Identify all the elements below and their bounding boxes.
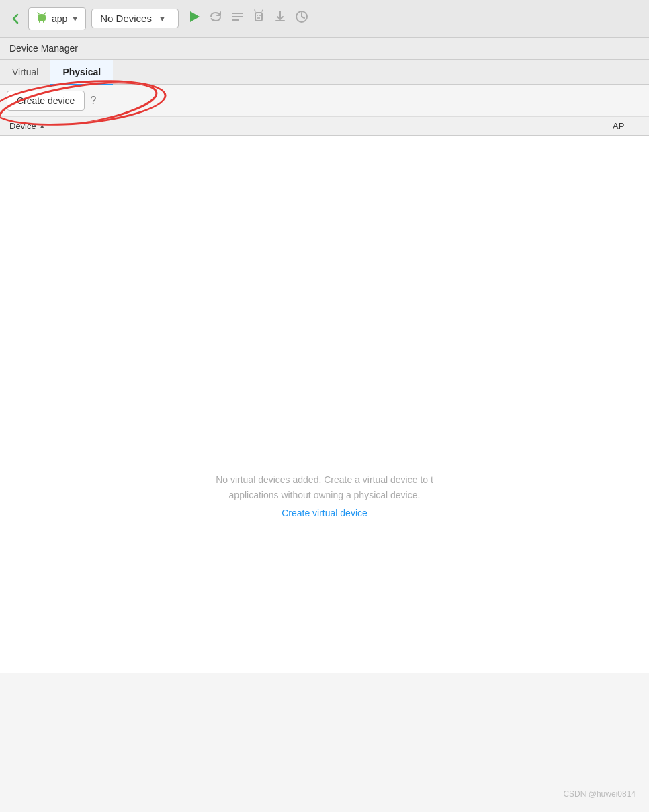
no-devices-dropdown[interactable]: No Devices ▼ [91,9,179,28]
svg-marker-4 [190,11,200,22]
run-button[interactable] [187,9,202,28]
app-label: app [52,13,67,24]
device-column-header[interactable]: Device ▲ [9,121,613,131]
tab-virtual[interactable]: Virtual [0,60,50,85]
tabs-container: Virtual Physical [0,60,649,85]
create-device-button[interactable]: Create device [7,91,85,111]
api-column-header: AP [613,121,640,131]
no-devices-arrow: ▼ [159,15,166,23]
attach-button[interactable] [273,9,288,28]
help-icon[interactable]: ? [90,95,96,107]
android-icon [36,11,48,26]
toolbar-actions [187,9,309,28]
device-manager-title: Device Manager [0,38,649,60]
svg-rect-8 [255,13,262,21]
logcat-button[interactable] [230,9,245,28]
tab-physical[interactable]: Physical [50,60,113,85]
rerun-button[interactable] [208,9,223,28]
profile-button[interactable] [294,9,309,28]
svg-line-3 [44,13,46,14]
empty-state: No virtual devices added. Create a virtu… [202,452,447,539]
back-button[interactable] [8,11,23,26]
main-toolbar: app ▼ No Devices ▼ [0,0,649,38]
main-content-area: No virtual devices added. Create a virtu… [0,136,649,673]
sort-arrow-icon: ▲ [39,122,46,130]
debug-button[interactable] [251,9,266,28]
svg-line-2 [38,13,39,14]
column-header-row: Device ▲ AP [0,117,649,136]
create-virtual-device-link[interactable]: Create virtual device [216,508,433,518]
empty-state-text: No virtual devices added. Create a virtu… [216,472,433,502]
svg-point-9 [257,15,258,16]
svg-point-10 [259,15,261,16]
watermark: CSDN @huwei0814 [563,789,636,799]
app-dropdown[interactable]: app ▼ [28,7,86,30]
create-device-wrapper: Create device [7,91,85,111]
app-dropdown-arrow: ▼ [71,15,79,23]
device-action-toolbar: Create device ? [0,85,649,117]
no-devices-label: No Devices [100,13,152,24]
